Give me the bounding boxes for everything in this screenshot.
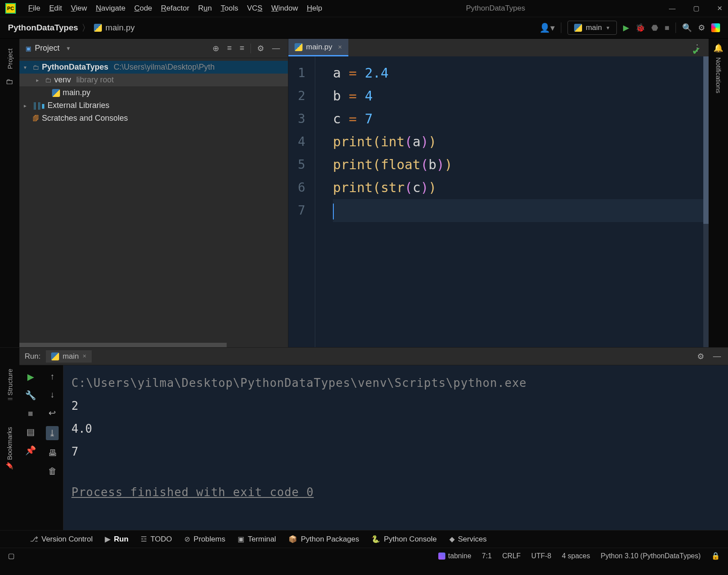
minimize-button[interactable]: —: [669, 4, 676, 12]
coverage-button[interactable]: ⬣: [651, 23, 658, 33]
project-panel-title[interactable]: ▣ Project ▼: [26, 44, 206, 53]
close-icon[interactable]: ✕: [82, 353, 86, 359]
print-icon[interactable]: 🖶: [48, 448, 57, 458]
structure-tab[interactable]: ⫴ Structure: [4, 364, 15, 405]
wrench-icon[interactable]: 🔧: [25, 390, 36, 401]
editor-scrollbar[interactable]: [703, 56, 709, 347]
terminal-tab[interactable]: ▣Terminal: [238, 535, 276, 544]
run-toolbar-col1: ▶ 🔧 ■ ▤ 📌: [19, 365, 41, 530]
gear-icon[interactable]: ⚙: [255, 44, 266, 53]
navbar: PythonDataTypes 〉 main.py 👤▾ main ▼ ▶ 🐞 …: [0, 17, 728, 39]
chevron-right-icon: ▸: [36, 77, 42, 83]
lock-icon[interactable]: 🔒: [711, 552, 720, 560]
python-file-icon: [52, 89, 60, 97]
gear-icon[interactable]: ⚙: [695, 352, 706, 361]
project-tool-tab[interactable]: Project: [4, 44, 15, 74]
line-ending[interactable]: CRLF: [502, 552, 521, 560]
problems-tab[interactable]: ⊘Problems: [184, 535, 225, 544]
menu-run[interactable]: Run: [198, 4, 212, 13]
python-console-tab[interactable]: 🐍Python Console: [371, 535, 437, 544]
tree-main-py[interactable]: main.py: [19, 86, 288, 99]
left-toolwindow-bar: Project 🗀: [0, 39, 19, 347]
services-tab[interactable]: ◆Services: [449, 535, 487, 544]
cursor-position[interactable]: 7:1: [482, 552, 492, 560]
close-icon[interactable]: ✕: [338, 44, 342, 50]
breadcrumb-file[interactable]: main.py: [105, 23, 135, 33]
console-output[interactable]: C:\Users\yilma\Desktop\PythonDataTypes\v…: [63, 365, 728, 530]
menu-navigate[interactable]: Navigate: [96, 4, 125, 13]
hide-icon[interactable]: —: [711, 352, 723, 361]
debug-button[interactable]: 🐞: [635, 23, 645, 33]
chevron-down-icon: ▾: [24, 64, 30, 70]
run-label: Run:: [25, 352, 41, 361]
console-line: 4.0: [71, 417, 720, 440]
window-icon[interactable]: ▢: [8, 552, 15, 560]
run-tab-main[interactable]: main ✕: [46, 350, 92, 363]
scratches-icon: 🗐: [33, 115, 39, 122]
soft-wrap-icon[interactable]: ↩: [49, 408, 56, 418]
hide-icon[interactable]: —: [270, 44, 282, 53]
down-arrow-icon[interactable]: ↓: [50, 390, 55, 400]
project-scrollbar[interactable]: [19, 343, 288, 347]
menu-help[interactable]: Help: [307, 4, 322, 13]
run-panel-header: Run: main ✕ ⚙ —: [19, 348, 728, 365]
settings-icon[interactable]: ⚙: [698, 23, 705, 33]
notifications-tab[interactable]: Notifications: [713, 53, 724, 98]
inspection-ok-icon[interactable]: ✔: [692, 56, 701, 57]
expand-icon[interactable]: ≡: [225, 44, 234, 53]
menu-edit[interactable]: Edit: [49, 4, 62, 13]
indent[interactable]: 4 spaces: [562, 552, 590, 560]
tree-scratches[interactable]: 🗐 Scratches and Consoles: [19, 112, 288, 125]
layout-icon[interactable]: ▤: [26, 427, 35, 437]
run-button[interactable]: ▶: [623, 23, 629, 33]
menu-view[interactable]: View: [71, 4, 87, 13]
stop-icon[interactable]: ■: [28, 408, 33, 419]
breadcrumb-project[interactable]: PythonDataTypes: [8, 23, 78, 33]
menu-vcs[interactable]: VCS: [247, 4, 262, 13]
window-controls: — ▢ ✕: [669, 4, 723, 12]
menu-file[interactable]: File: [28, 4, 40, 13]
folder-icon[interactable]: 🗀: [2, 74, 17, 90]
encoding[interactable]: UTF-8: [531, 552, 551, 560]
menu-refactor[interactable]: Refactor: [161, 4, 189, 13]
bookmarks-tab[interactable]: 🔖 Bookmarks: [4, 423, 15, 474]
tabnine-widget[interactable]: tabnine: [438, 552, 471, 560]
target-icon[interactable]: ⊕: [211, 44, 221, 53]
packages-icon: 📦: [288, 535, 297, 543]
project-panel-header: ▣ Project ▼ ⊕ ≡ ≡ ⚙ —: [19, 39, 288, 58]
run-content: ▶ 🔧 ■ ▤ 📌 ↑ ↓ ↩ ⤓ 🖶 🗑 C:\Users\yilma\Des…: [19, 365, 728, 530]
up-arrow-icon[interactable]: ↑: [50, 371, 55, 382]
trash-icon[interactable]: 🗑: [48, 466, 57, 476]
run-tab[interactable]: ▶Run: [105, 535, 128, 544]
interpreter[interactable]: Python 3.10 (PythonDataTypes): [601, 552, 701, 560]
collapse-icon[interactable]: ≡: [238, 44, 246, 53]
menu-window[interactable]: Window: [271, 4, 298, 13]
jetbrains-icon[interactable]: [711, 23, 720, 32]
code-content[interactable]: a = 2.4 b = 4 c = 7 print(int(a)) print(…: [315, 56, 709, 347]
scroll-to-end-icon[interactable]: ⤓: [46, 426, 59, 440]
close-button[interactable]: ✕: [717, 4, 723, 12]
packages-tab[interactable]: 📦Python Packages: [288, 535, 359, 544]
search-icon[interactable]: 🔍: [682, 23, 692, 33]
maximize-button[interactable]: ▢: [693, 4, 699, 12]
menu-tools[interactable]: Tools: [221, 4, 239, 13]
library-icon: ║║▮: [33, 102, 45, 109]
menu-code[interactable]: Code: [134, 4, 152, 13]
project-tree: ▾ 🗀 PythonDataTypes C:\Users\yilma\Deskt…: [19, 58, 288, 127]
console-line: 7: [71, 440, 720, 463]
tree-root[interactable]: ▾ 🗀 PythonDataTypes C:\Users\yilma\Deskt…: [19, 61, 288, 74]
run-config-selector[interactable]: main ▼: [567, 21, 617, 35]
rerun-icon[interactable]: ▶: [27, 371, 34, 382]
vcs-tab[interactable]: ⎇Version Control: [30, 535, 93, 544]
editor: main.py ✕ ⋮ 1 2 3 4 5 6 7 a = 2.4 b = 4 …: [288, 39, 709, 347]
user-icon[interactable]: 👤▾: [539, 22, 555, 33]
editor-tab-main[interactable]: main.py ✕: [288, 39, 348, 56]
tree-venv[interactable]: ▸ 🗀 venv library root: [19, 74, 288, 86]
todo-tab[interactable]: ☲TODO: [141, 535, 172, 544]
bell-icon[interactable]: 🔔: [713, 43, 723, 53]
tree-external-libraries[interactable]: ▸ ║║▮ External Libraries: [19, 99, 288, 112]
stop-button[interactable]: ■: [665, 23, 669, 33]
code-area[interactable]: 1 2 3 4 5 6 7 a = 2.4 b = 4 c = 7 print(…: [288, 56, 709, 347]
run-panel: ⫴ Structure 🔖 Bookmarks Run: main ✕ ⚙ — …: [0, 347, 728, 530]
pin-icon[interactable]: 📌: [25, 445, 36, 456]
